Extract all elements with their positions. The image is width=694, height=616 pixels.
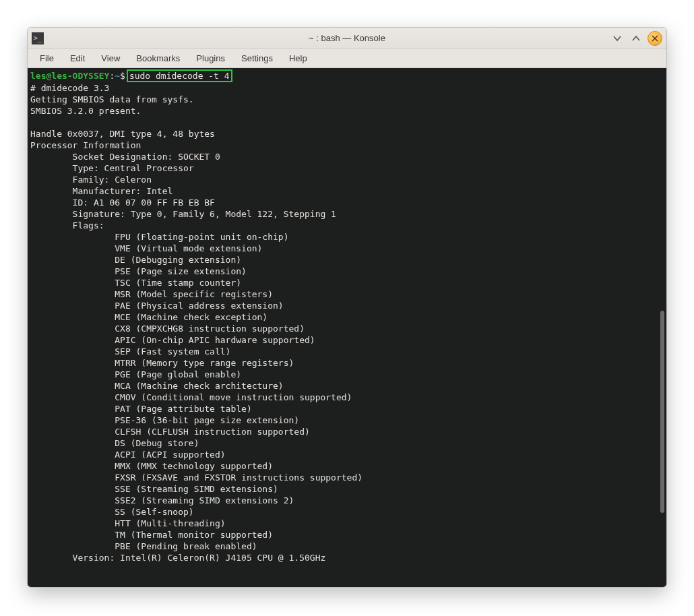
menu-bookmarks[interactable]: Bookmarks (129, 51, 187, 65)
menu-view[interactable]: View (94, 51, 127, 65)
window-controls (610, 31, 662, 46)
terminal-content[interactable]: les@les-ODYSSEY:~$sudo dmidecode -t 4 # … (28, 68, 666, 565)
command-highlight: sudo dmidecode -t 4 (127, 69, 232, 82)
chevron-up-icon (631, 34, 641, 43)
menu-file[interactable]: File (33, 51, 61, 65)
app-icon: >_ (32, 32, 44, 44)
close-icon (651, 34, 659, 42)
minimize-button[interactable] (610, 31, 625, 46)
konsole-window: >_ ~ : bash — Konsole File (27, 27, 667, 588)
terminal-viewport[interactable]: les@les-ODYSSEY:~$sudo dmidecode -t 4 # … (28, 68, 666, 587)
menu-plugins[interactable]: Plugins (189, 51, 232, 65)
prompt-cwd: ~ (115, 71, 120, 81)
window-title: ~ : bash — Konsole (28, 33, 666, 43)
maximize-button[interactable] (629, 31, 643, 46)
chevron-down-icon (612, 34, 622, 43)
menubar: File Edit View Bookmarks Plugins Setting… (28, 49, 666, 68)
titlebar[interactable]: >_ ~ : bash — Konsole (28, 28, 666, 49)
menu-help[interactable]: Help (282, 51, 314, 65)
close-button[interactable] (648, 31, 662, 46)
prompt-sigil: $ (120, 71, 125, 81)
menu-settings[interactable]: Settings (234, 51, 280, 65)
app-icon-glyph: >_ (34, 34, 42, 42)
menu-edit[interactable]: Edit (63, 51, 92, 65)
prompt-userhost: les@les-ODYSSEY (30, 71, 109, 81)
scrollbar-thumb[interactable] (660, 311, 664, 513)
